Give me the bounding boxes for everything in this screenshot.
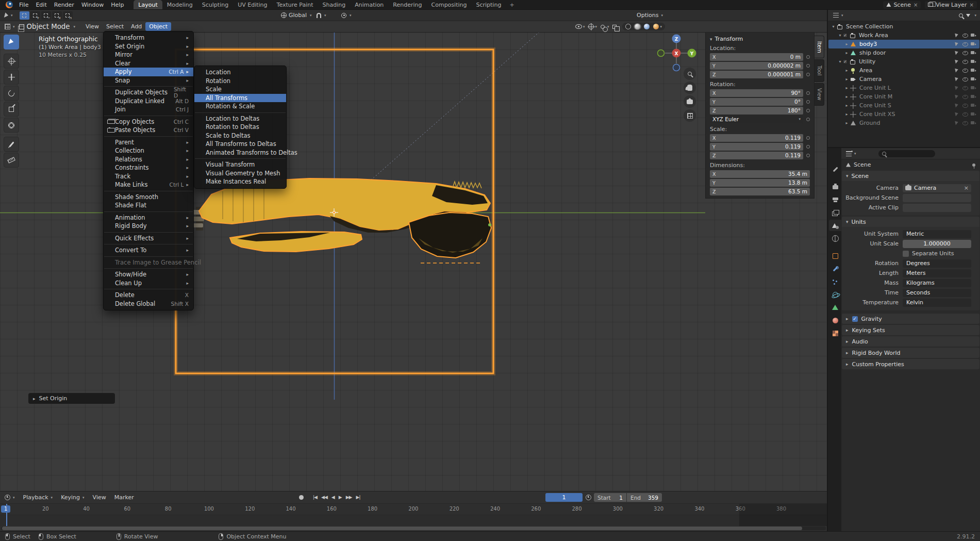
outliner-row-scene-collection[interactable]: ▾Scene Collection: [828, 22, 979, 31]
unlink-scene-icon[interactable]: ×: [913, 2, 918, 8]
object-menu-shade-flat[interactable]: Shade Flat: [104, 201, 193, 210]
object-field-active-clip[interactable]: [903, 204, 971, 212]
object-menu-copy-objects[interactable]: Copy ObjectsCtrl C: [104, 118, 193, 126]
outliner-filter-icon[interactable]: [966, 14, 970, 17]
enum-field-rotation[interactable]: Degrees: [903, 259, 971, 268]
object-menu-paste-objects[interactable]: Paste ObjectsCtrl V: [104, 126, 193, 135]
tool-move[interactable]: [4, 70, 19, 85]
tool-measure[interactable]: [4, 153, 19, 168]
ship-model[interactable]: [188, 178, 491, 263]
apply-submenu-visual-geometry-to-mesh[interactable]: Visual Geometry to Mesh: [194, 169, 286, 178]
properties-tab-scene[interactable]: [829, 220, 841, 231]
outliner-row-core-unit-s[interactable]: ▸Core Unit S: [828, 101, 979, 110]
sidebar-tab-tool[interactable]: Tool: [815, 59, 824, 82]
disclosure-open-icon[interactable]: ▾: [837, 59, 843, 64]
timeline-scrollbar[interactable]: [1, 527, 826, 530]
select-mode-extend[interactable]: +: [30, 11, 40, 20]
render-toggle-icon[interactable]: [970, 32, 977, 39]
options-dropdown[interactable]: Options ▾: [637, 12, 663, 19]
render-toggle-icon[interactable]: [970, 50, 977, 56]
value-slider[interactable]: Z180°: [710, 107, 803, 114]
clear-icon[interactable]: ×: [964, 185, 969, 191]
tool-rotate[interactable]: [4, 86, 19, 101]
enum-field-unit-system[interactable]: Metric: [903, 230, 971, 238]
viewport-menu-add[interactable]: Add: [127, 22, 145, 31]
workspace-tab-scripting[interactable]: Scripting: [471, 0, 506, 9]
shading-solid-button[interactable]: [634, 23, 641, 30]
object-menu-relations[interactable]: Relations▸: [104, 155, 193, 164]
render-toggle-icon[interactable]: [970, 58, 977, 65]
gizmo-z-negative[interactable]: [673, 64, 680, 71]
properties-editor-type-button[interactable]: ▾: [844, 151, 858, 156]
checkbox-separate-units[interactable]: Separate Units: [903, 250, 954, 257]
viewport-menu-select[interactable]: Select: [103, 22, 127, 31]
workspace-tab-sculpting[interactable]: Sculpting: [197, 0, 233, 9]
properties-tab-modifiers[interactable]: [829, 263, 841, 274]
object-menu-collection[interactable]: Collection▸: [104, 146, 193, 155]
object-menu-animation[interactable]: Animation▸: [104, 214, 193, 222]
selectable-toggle-icon[interactable]: [953, 120, 960, 126]
shading-wireframe-button[interactable]: [624, 23, 632, 30]
workspace-add-button[interactable]: +: [506, 0, 518, 9]
enum-field-length[interactable]: Meters: [903, 269, 971, 277]
hide-toggle-icon[interactable]: [961, 93, 969, 100]
value-slider[interactable]: X0.119: [710, 134, 803, 142]
panel-gravity[interactable]: ▸✓Gravity: [842, 314, 979, 324]
disclosure-open-icon[interactable]: ▾: [837, 33, 843, 38]
decorator-dot-icon[interactable]: [806, 145, 810, 149]
tool-cursor[interactable]: [4, 54, 19, 69]
select-mode-intersect[interactable]: ∩: [63, 11, 73, 20]
nav-orthographic-button[interactable]: [684, 109, 696, 122]
toggle-xray-button[interactable]: [612, 25, 618, 29]
show-overlays-button[interactable]: ▾: [601, 25, 609, 29]
sidebar-tab-view[interactable]: View: [815, 83, 824, 106]
workspace-tab-texture-paint[interactable]: Texture Paint: [272, 0, 318, 9]
enum-field-temperature[interactable]: Kelvin: [903, 299, 971, 307]
timeline-editor-type-button[interactable]: ▾: [3, 495, 16, 500]
proportional-editing-dropdown[interactable]: ▾: [341, 13, 352, 18]
panel-audio[interactable]: ▸Audio: [842, 336, 979, 347]
object-menu-quick-effects[interactable]: Quick Effects▸: [104, 234, 193, 243]
value-slider[interactable]: Y0.119: [710, 143, 803, 151]
outliner-row-utility[interactable]: ▾✓Utility: [828, 57, 979, 66]
select-mode-subtract[interactable]: −: [41, 11, 51, 20]
properties-tab-render[interactable]: [829, 181, 841, 192]
selectable-toggle-icon[interactable]: [953, 32, 960, 39]
transport-jump-to-end-button[interactable]: ▶|: [355, 494, 362, 501]
timeline-scrollbar-thumb[interactable]: [2, 527, 802, 530]
object-menu-trace-image-to-grease-pencil[interactable]: Trace Image to Grease Pencil: [104, 258, 193, 267]
selectable-toggle-icon[interactable]: [953, 58, 960, 65]
hide-toggle-icon[interactable]: [961, 76, 969, 83]
object-menu-snap[interactable]: Snap▸: [104, 76, 193, 85]
disclosure-closed-icon[interactable]: ▸: [844, 77, 850, 81]
decorator-dot-icon[interactable]: [806, 64, 810, 68]
decorator-dot-icon[interactable]: [806, 109, 810, 112]
timeline-menu-view[interactable]: View: [89, 493, 110, 502]
panel-keying-sets[interactable]: ▸Keying Sets: [842, 325, 979, 335]
apply-submenu-scale[interactable]: Scale: [194, 85, 286, 94]
object-menu-duplicate-objects[interactable]: Duplicate ObjectsShift D: [104, 88, 193, 97]
disclosure-closed-icon[interactable]: ▸: [844, 42, 850, 46]
disclosure-closed-icon[interactable]: ▸: [844, 86, 850, 90]
render-toggle-icon[interactable]: [970, 102, 977, 109]
panel-rigid-body-world[interactable]: ▸Rigid Body World: [842, 348, 979, 358]
blender-logo-icon[interactable]: [6, 1, 13, 8]
apply-submenu-rotation-scale[interactable]: Rotation & Scale: [194, 102, 286, 111]
decorator-dot-icon[interactable]: [806, 136, 810, 140]
frame-end-field[interactable]: End 359: [627, 493, 662, 502]
render-toggle-icon[interactable]: [970, 93, 977, 100]
workspace-tab-rendering[interactable]: Rendering: [388, 0, 426, 9]
selectable-toggle-icon[interactable]: [953, 76, 960, 83]
hide-toggle-icon[interactable]: [961, 111, 969, 118]
pin-icon[interactable]: [972, 163, 975, 167]
transform-orientation-dropdown[interactable]: Global ▾: [281, 12, 312, 19]
apply-submenu-animated-transforms-to-deltas[interactable]: Animated Transforms to Deltas: [194, 149, 286, 157]
render-toggle-icon[interactable]: [970, 85, 977, 91]
menubar-edit[interactable]: Edit: [32, 1, 50, 9]
decorator-dot-icon[interactable]: [806, 73, 810, 76]
selectable-toggle-icon[interactable]: [953, 102, 960, 109]
hide-toggle-icon[interactable]: [961, 58, 969, 65]
selectable-toggle-icon[interactable]: [953, 111, 960, 118]
object-menu-delete-global[interactable]: Delete GlobalShift X: [104, 300, 193, 308]
collection-checkbox[interactable]: ✓: [843, 33, 848, 38]
